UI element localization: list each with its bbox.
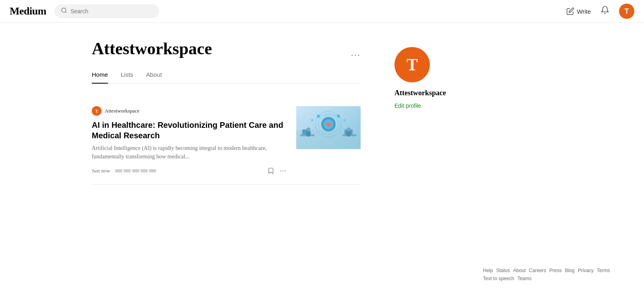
footer-status[interactable]: Status bbox=[496, 267, 510, 274]
bar-segment-1 bbox=[115, 169, 122, 172]
notification-button[interactable] bbox=[601, 6, 609, 17]
profile-name: Attestworkspace bbox=[92, 39, 212, 58]
header-right: Write T bbox=[566, 4, 634, 19]
article-author-row: T Attestworkspace bbox=[92, 106, 287, 116]
footer-terms[interactable]: Terms bbox=[597, 267, 610, 274]
article-more-button[interactable] bbox=[279, 167, 287, 174]
bookmark-button[interactable] bbox=[267, 167, 275, 174]
profile-header-row: Attestworkspace ··· bbox=[92, 39, 361, 71]
avatar-letter: T bbox=[625, 7, 629, 16]
article-thumbnail bbox=[296, 106, 361, 149]
article-meta: Just now bbox=[92, 167, 287, 174]
article-more-icon bbox=[279, 167, 287, 174]
bell-icon bbox=[601, 6, 609, 14]
footer-teams[interactable]: Teams bbox=[517, 276, 531, 281]
article-time: Just now bbox=[92, 168, 110, 174]
bookmark-icon bbox=[267, 167, 275, 174]
svg-point-24 bbox=[343, 119, 346, 121]
footer-about[interactable]: About bbox=[513, 267, 526, 274]
write-label: Write bbox=[577, 8, 591, 15]
svg-point-23 bbox=[311, 119, 314, 121]
edit-profile-button[interactable]: Edit profile bbox=[394, 102, 421, 109]
bar-segment-2 bbox=[124, 169, 131, 172]
tab-home[interactable]: Home bbox=[92, 71, 108, 84]
footer-careers[interactable]: Careers bbox=[529, 267, 546, 274]
search-icon bbox=[61, 7, 67, 15]
sidebar-avatar: T bbox=[394, 47, 430, 82]
sidebar-name: Attestworkspace bbox=[394, 89, 533, 97]
tab-lists[interactable]: Lists bbox=[121, 71, 133, 84]
article-title: AI in Healthcare: Revolutionizing Patien… bbox=[92, 120, 287, 141]
footer-text-to-speech[interactable]: Text to speech bbox=[483, 276, 514, 281]
svg-point-18 bbox=[347, 127, 351, 131]
svg-point-3 bbox=[283, 170, 283, 171]
sidebar-avatar-letter: T bbox=[407, 55, 418, 74]
search-input[interactable] bbox=[70, 8, 153, 14]
tab-about[interactable]: About bbox=[146, 71, 162, 84]
sidebar: T Attestworkspace Edit profile bbox=[385, 23, 533, 184]
article-excerpt: Artificial Intelligence (AI) is rapidly … bbox=[92, 144, 287, 161]
bar-segment-3 bbox=[132, 169, 139, 172]
article-card: T Attestworkspace AI in Healthcare: Revo… bbox=[92, 96, 361, 184]
svg-point-16 bbox=[306, 127, 310, 131]
svg-point-2 bbox=[281, 170, 281, 171]
write-icon bbox=[566, 7, 574, 15]
author-name: Attestworkspace bbox=[105, 108, 140, 114]
write-button[interactable]: Write bbox=[566, 7, 591, 15]
svg-point-4 bbox=[285, 170, 285, 171]
header: Medium Write T bbox=[0, 0, 644, 23]
author-avatar: T bbox=[92, 106, 101, 116]
footer-links: Help Status About Careers Press Blog Pri… bbox=[483, 267, 620, 281]
user-avatar-button[interactable]: T bbox=[619, 4, 634, 19]
search-bar[interactable] bbox=[54, 4, 159, 18]
footer-press[interactable]: Press bbox=[549, 267, 562, 274]
svg-point-0 bbox=[62, 8, 66, 12]
footer-help[interactable]: Help bbox=[483, 267, 493, 274]
reading-time-bar bbox=[115, 169, 156, 172]
footer-privacy[interactable]: Privacy bbox=[578, 267, 593, 274]
bar-segment-4 bbox=[140, 169, 148, 172]
content-area: Attestworkspace ··· Home Lists About T A… bbox=[92, 23, 385, 184]
tabs-nav: Home Lists About bbox=[92, 71, 361, 84]
footer-blog[interactable]: Blog bbox=[565, 267, 574, 274]
svg-line-1 bbox=[65, 12, 66, 13]
article-image bbox=[296, 106, 361, 149]
more-options-button[interactable]: ··· bbox=[351, 50, 361, 60]
bar-segment-5 bbox=[149, 169, 156, 172]
logo: Medium bbox=[10, 5, 46, 17]
main-layout: Attestworkspace ··· Home Lists About T A… bbox=[82, 23, 562, 184]
author-avatar-letter: T bbox=[95, 109, 98, 113]
article-actions bbox=[267, 167, 287, 174]
article-content: T Attestworkspace AI in Healthcare: Revo… bbox=[92, 106, 287, 174]
